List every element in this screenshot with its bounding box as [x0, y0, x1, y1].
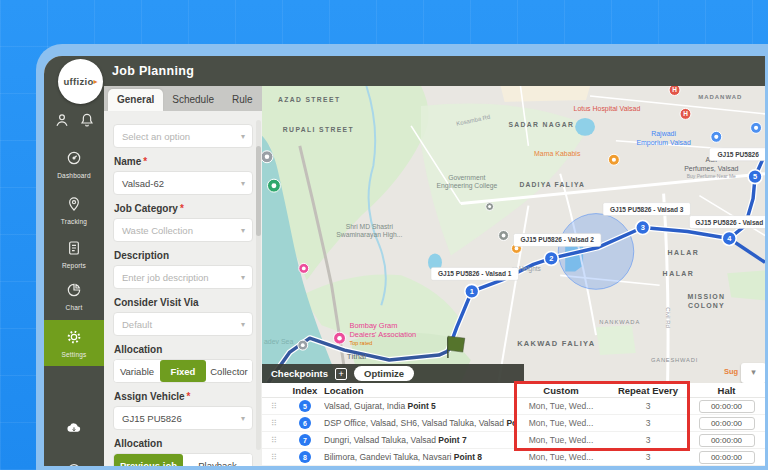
map-place-label: Civil Rd: [665, 307, 671, 328]
index-badge: 8: [299, 451, 311, 463]
poi-marker[interactable]: [499, 231, 509, 241]
job-form-panel: General Schedule Rule Select an option N…: [104, 86, 262, 466]
drag-handle-icon[interactable]: ⠿: [262, 419, 286, 428]
poi-marker[interactable]: [751, 122, 762, 133]
drag-handle-icon[interactable]: ⠿: [262, 402, 286, 411]
dashboard-icon: [66, 150, 82, 170]
poi-marker[interactable]: [262, 151, 273, 163]
uffizio-logo[interactable]: uffizio▸: [58, 59, 103, 104]
sidebar-item-tracking[interactable]: Tracking: [44, 192, 104, 229]
sidebar-item-reports[interactable]: Reports: [44, 236, 104, 273]
poi-marker[interactable]: [298, 340, 308, 350]
add-checkpoint-button[interactable]: +: [335, 368, 347, 380]
poi-marker[interactable]: H: [669, 86, 680, 95]
map-place-label: MADANWAD: [698, 94, 742, 100]
custom-days-cell[interactable]: Mon, Tue, Wed...: [514, 452, 608, 462]
map-place-label: RajwadiEmporium Valsad: [636, 130, 690, 147]
drag-handle-icon[interactable]: ⠿: [262, 436, 286, 445]
map-beige-area: [501, 86, 590, 102]
allocation-option-collector[interactable]: Collector: [206, 360, 252, 382]
map-place-label: Tithal: [347, 352, 366, 361]
route-waypoint[interactable]: 1: [465, 284, 479, 298]
sidebar-item-chart[interactable]: Chart: [44, 278, 104, 315]
consider-visit-via-label: Consider Visit Via: [114, 297, 252, 308]
svg-text:GJ15 PU5826 - Valsad 1: GJ15 PU5826 - Valsad 1: [438, 270, 512, 277]
halt-time-input[interactable]: [699, 434, 755, 447]
map-place-label: Lotus Hospital Valsad: [574, 105, 641, 113]
svg-text:GJ15 PU5826 - Valsad: GJ15 PU5826 - Valsad: [695, 219, 763, 226]
tab-general[interactable]: General: [108, 89, 163, 111]
route-waypoint[interactable]: 2: [544, 251, 558, 265]
allocation-source-label: Allocation: [114, 438, 252, 449]
form-scrollbar[interactable]: [256, 120, 261, 450]
halt-time-input[interactable]: [699, 417, 755, 430]
header-custom: Custom: [514, 385, 608, 396]
repeat-every-cell[interactable]: 3: [608, 452, 688, 462]
user-icon[interactable]: [54, 112, 70, 132]
svg-text:GJ15 PU5826: GJ15 PU5826: [717, 151, 759, 158]
map-canvas[interactable]: HHAZAD STREETRUPALI STREETKosamba RdGove…: [262, 86, 765, 383]
allocation-option-playback[interactable]: Playback: [183, 454, 252, 466]
map-collapse-control[interactable]: [741, 363, 765, 383]
map-road: [664, 194, 668, 383]
halt-time-input[interactable]: [699, 400, 755, 413]
allocation-option-variable[interactable]: Variable: [114, 360, 160, 382]
tab-schedule[interactable]: Schedule: [163, 89, 223, 111]
description-input[interactable]: Enter job description: [113, 265, 253, 289]
poi-marker[interactable]: [608, 154, 619, 165]
map-pond: [575, 118, 595, 136]
svg-text:H: H: [683, 110, 688, 117]
custom-days-cell[interactable]: Mon, Tue, Wed...: [514, 435, 608, 445]
checkpoints-label: Checkpoints: [271, 368, 328, 379]
job-category-select[interactable]: Waste Collection: [113, 218, 253, 242]
poi-marker[interactable]: H: [680, 108, 691, 119]
optimize-button[interactable]: Optimize: [354, 366, 414, 381]
sidebar-item-settings[interactable]: Settings: [44, 320, 104, 366]
allocation-option-fixed[interactable]: Fixed: [160, 360, 206, 382]
sidebar: Dashboard Tracking Reports Chart Setting…: [44, 86, 104, 466]
tab-rule[interactable]: Rule: [223, 89, 262, 111]
headset-support-icon[interactable]: [44, 458, 104, 466]
consider-visit-via-select[interactable]: Default: [113, 312, 253, 336]
poi-marker[interactable]: [334, 332, 346, 344]
sidebar-item-dashboard[interactable]: Dashboard: [44, 146, 104, 183]
route-label: GJ15 PU5826 - Valsad 1: [431, 267, 518, 280]
map-place-label: DADIYA FALIYA: [519, 181, 585, 188]
checkpoints-toolbar: Checkpoints + Optimize: [262, 364, 524, 383]
bell-icon[interactable]: [79, 112, 95, 132]
logo-dot: ▸: [94, 77, 98, 86]
map-area: HHAZAD STREETRUPALI STREETKosamba RdGove…: [262, 86, 765, 466]
route-waypoint[interactable]: 4: [722, 232, 736, 246]
drag-handle-icon[interactable]: ⠿: [262, 453, 286, 462]
repeat-every-cell[interactable]: 3: [608, 435, 688, 445]
svg-text:3: 3: [641, 223, 645, 232]
location-cell: Bilimora, Gandevi Taluka, Navsari Point …: [324, 452, 514, 462]
svg-text:1: 1: [470, 287, 474, 296]
report-document-icon: [66, 240, 82, 260]
poi-marker[interactable]: [299, 263, 309, 273]
poi-marker[interactable]: [711, 131, 722, 142]
halt-time-input[interactable]: [699, 451, 755, 464]
route-label: GJ15 PU5826 - Valsad 3: [603, 203, 690, 216]
assign-vehicle-select[interactable]: GJ15 PU5826: [113, 406, 253, 430]
poi-marker[interactable]: [267, 179, 280, 192]
custom-days-cell[interactable]: Mon, Tue, Wed...: [514, 401, 608, 411]
index-badge: 6: [299, 417, 311, 429]
allocation-mode-label: Allocation: [114, 344, 252, 355]
map-place-label: NANKWADA: [599, 319, 640, 325]
repeat-every-cell[interactable]: 3: [608, 418, 688, 428]
route-waypoint[interactable]: 5: [748, 170, 762, 184]
svg-text:GJ15 PU5826 - Valsad 3: GJ15 PU5826 - Valsad 3: [610, 206, 684, 213]
cloud-update-icon[interactable]: [44, 416, 104, 440]
repeat-every-cell[interactable]: 3: [608, 401, 688, 411]
poi-marker[interactable]: [486, 203, 494, 211]
allocation-option-previous-job[interactable]: Previous job: [114, 454, 183, 466]
logo-text: uffizio: [63, 76, 93, 87]
custom-days-cell[interactable]: Mon, Tue, Wed...: [514, 418, 608, 428]
form-tabs: General Schedule Rule: [104, 86, 262, 111]
app-window: uffizio▸ Job Planning Dashboard Tracking…: [44, 56, 765, 466]
name-select[interactable]: Valsad-62: [113, 171, 253, 195]
option-select[interactable]: Select an option: [113, 124, 253, 148]
svg-text:H: H: [672, 86, 677, 93]
route-waypoint[interactable]: 3: [636, 221, 650, 235]
